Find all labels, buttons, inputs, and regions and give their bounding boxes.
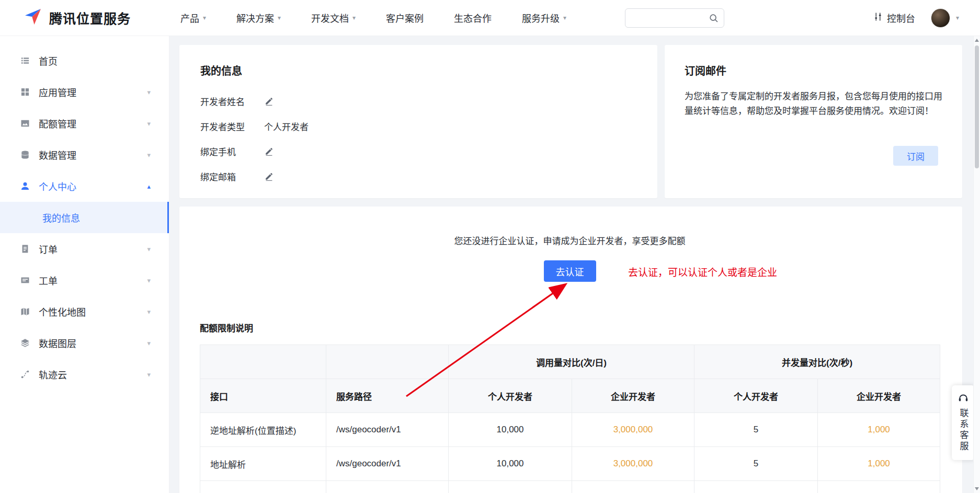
chevron-down-icon: ▾ (147, 371, 151, 379)
subscribe-card: 订阅邮件 为您准备了专属定制的开发者服务月报，包含您每月使用的接口用量统计等信息… (665, 45, 962, 198)
table-row: 地址解析 /ws/geocoder/v1 10,000 3,000,000 5 … (200, 447, 940, 481)
sidebar-item-apps[interactable]: 应用管理 ▾ (0, 76, 169, 108)
quota-chart-icon (20, 118, 30, 129)
chevron-down-icon: ▾ (147, 339, 151, 347)
chevron-down-icon: ▾ (147, 277, 151, 284)
sidebar-item-track-cloud[interactable]: 轨迹云 ▾ (0, 359, 169, 390)
sidebar-item-orders[interactable]: 订单 ▾ (0, 233, 169, 265)
edit-pencil-icon[interactable] (264, 96, 274, 106)
sidebar-item-label: 个性化地图 (39, 305, 147, 318)
edit-pencil-icon[interactable] (264, 171, 274, 181)
sidebar-item-personal-center[interactable]: 个人中心 ▴ (0, 170, 169, 202)
menu-item-solutions[interactable]: 解决方案 ▾ (221, 0, 296, 36)
sidebar-item-custom-map[interactable]: 个性化地图 ▾ (0, 296, 169, 327)
column-header-path: 服务路径 (326, 379, 449, 413)
cell-path: /ws/place/v1/search (326, 481, 449, 493)
menu-item-label: 服务升级 (522, 11, 560, 25)
main-menu: 产品 ▾ 解决方案 ▾ 开发文档 ▾ 客户案例 生态合作 服务升级 ▾ (165, 0, 582, 36)
scrollbar-up-arrow[interactable] (975, 39, 979, 42)
menu-item-ecosystem[interactable]: 生态合作 (439, 0, 507, 36)
search-input[interactable] (632, 13, 708, 22)
search-box (625, 8, 724, 28)
subscribe-button[interactable]: 订阅 (893, 146, 938, 166)
quota-table: 调用量对比(次/日) 并发量对比(次/秒) 接口 服务路径 个人开发者 企业开发… (200, 345, 940, 493)
chevron-up-icon: ▴ (147, 182, 151, 190)
profile-card: 我的信息 开发者姓名 开发者类型 个人开发者 绑定手机 (179, 45, 657, 198)
cell-personal-daily: 10,000 (449, 447, 572, 481)
contact-support-widget[interactable]: 联系客服 (952, 385, 975, 460)
sidebar-item-quota[interactable]: 配额管理 ▾ (0, 108, 169, 139)
database-icon (20, 150, 30, 160)
layers-icon (20, 338, 30, 348)
group-header-qps: 并发量对比(次/秒) (694, 345, 940, 379)
menu-item-label: 产品 (180, 11, 199, 25)
cell-enterprise-daily: 500,000 (572, 481, 694, 493)
search-icon[interactable] (708, 13, 719, 24)
sidebar-subitem-my-info[interactable]: 我的信息 (0, 202, 169, 233)
scrollbar-down-arrow[interactable] (975, 487, 979, 490)
chevron-down-icon: ▾ (147, 88, 151, 96)
sidebar-item-label: 订单 (39, 242, 147, 256)
headset-icon (958, 392, 969, 404)
field-developer-name: 开发者姓名 (200, 88, 636, 113)
menu-item-upgrade[interactable]: 服务升级 ▾ (507, 0, 582, 36)
user-avatar[interactable] (931, 8, 950, 28)
cell-enterprise-daily: 3,000,000 (572, 447, 694, 481)
sidebar-item-label: 应用管理 (39, 85, 147, 99)
menu-item-label: 解决方案 (236, 11, 274, 25)
sidebar-item-label: 首页 (39, 54, 151, 67)
cell-path: /ws/geocoder/v1 (326, 447, 449, 481)
cell-enterprise-qps: 1,000 (818, 447, 940, 481)
cell-enterprise-qps: 200 (818, 481, 940, 493)
chevron-down-icon: ▾ (147, 120, 151, 128)
chevron-down-icon: ▾ (563, 14, 566, 21)
subscribe-card-title: 订阅邮件 (685, 63, 942, 78)
sidebar-subitem-label: 我的信息 (42, 211, 80, 224)
empty-header-cell (200, 345, 326, 379)
field-label: 绑定手机 (200, 145, 264, 158)
sidebar-item-home[interactable]: 首页 (0, 45, 169, 76)
brand[interactable]: 腾讯位置服务 (22, 6, 131, 29)
avatar-chevron-down-icon[interactable]: ▾ (956, 14, 959, 21)
menu-item-docs[interactable]: 开发文档 ▾ (296, 0, 371, 36)
menu-item-products[interactable]: 产品 ▾ (165, 0, 221, 36)
cell-path: /ws/geocoder/v1 (326, 413, 449, 447)
sidebar: 首页 应用管理 ▾ 配额管理 ▾ 数据管理 ▾ 个人中心 ▴ 我的信息 订单 (0, 36, 169, 493)
quota-column-header-row: 接口 服务路径 个人开发者 企业开发者 个人开发者 企业开发者 (200, 379, 940, 413)
order-document-icon (20, 244, 30, 254)
console-button[interactable]: 控制台 (873, 11, 915, 25)
field-label: 绑定邮箱 (200, 170, 264, 183)
cell-enterprise-qps: 1,000 (818, 413, 940, 447)
brand-logo-icon (22, 6, 43, 29)
column-header-api: 接口 (200, 379, 326, 413)
console-label: 控制台 (887, 11, 915, 25)
sidebar-item-label: 工单 (39, 273, 147, 287)
menu-item-label: 开发文档 (311, 11, 349, 25)
menu-item-cases[interactable]: 客户案例 (371, 0, 439, 36)
sidebar-item-data[interactable]: 数据管理 ▾ (0, 139, 169, 170)
column-header-enterprise-daily: 企业开发者 (572, 379, 694, 413)
cell-api: 地址解析 (200, 447, 326, 481)
cell-api: 逆地址解析(位置描述) (200, 413, 326, 447)
cell-personal-daily: 10,000 (449, 413, 572, 447)
scrollbar-thumb[interactable] (975, 45, 979, 168)
map-icon (20, 306, 30, 317)
page: 腾讯位置服务 产品 ▾ 解决方案 ▾ 开发文档 ▾ 客户案例 生态合作 服务升级 (0, 0, 980, 493)
quota-group-header-row: 调用量对比(次/日) 并发量对比(次/秒) (200, 345, 940, 379)
group-header-daily: 调用量对比(次/日) (449, 345, 694, 379)
edit-pencil-icon[interactable] (264, 146, 274, 156)
empty-header-cell (326, 345, 449, 379)
cell-personal-qps: 5 (694, 413, 818, 447)
sidebar-item-tickets[interactable]: 工单 ▾ (0, 265, 169, 296)
quota-section-title: 配额限制说明 (200, 321, 940, 334)
subscribe-description: 为您准备了专属定制的开发者服务月报，包含您每月使用的接口用量统计等信息，帮助您及… (685, 89, 942, 118)
sidebar-item-data-layers[interactable]: 数据图层 ▾ (0, 327, 169, 359)
go-certify-button[interactable]: 去认证 (544, 260, 596, 282)
table-row: 地点搜索 /ws/place/v1/search 10,000 500,000 … (200, 481, 940, 493)
sidebar-item-label: 配额管理 (39, 117, 147, 130)
field-bound-email: 绑定邮箱 (200, 164, 636, 189)
field-developer-type: 开发者类型 个人开发者 (200, 113, 636, 139)
column-header-enterprise-qps: 企业开发者 (818, 379, 940, 413)
quota-card: 您还没进行企业认证，申请成为企业开发者，享受更多配额 去认证 配额限制说明 调用… (179, 207, 962, 493)
field-label: 开发者姓名 (200, 95, 264, 108)
